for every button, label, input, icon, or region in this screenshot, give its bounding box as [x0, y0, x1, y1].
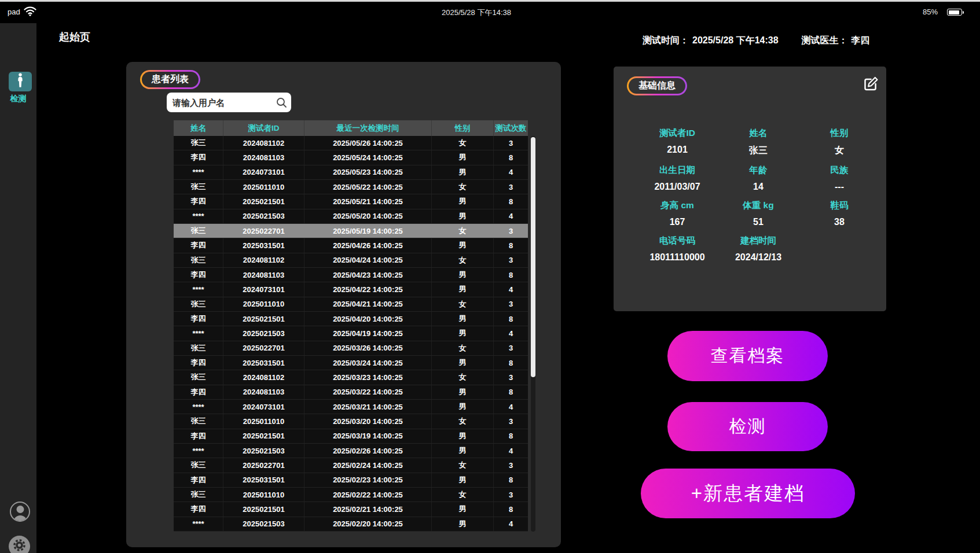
table-row[interactable]: 李四20250215012025/02/21 14:00:25男8 [174, 502, 528, 517]
search-input[interactable] [167, 93, 291, 112]
table-row[interactable]: 李四20240811032025/05/24 14:00:25男8 [174, 150, 528, 165]
table-cell: 3 [493, 253, 528, 267]
info-field-value: 2101 [637, 145, 718, 155]
table-cell: 2024081103 [223, 385, 304, 399]
table-cell: 男 [431, 444, 493, 458]
table-row[interactable]: ****20250215032025/04/19 14:00:25男4 [174, 326, 528, 341]
table-row-selected[interactable]: 张三20250227012025/05/19 14:00:25女3 [174, 224, 528, 238]
table-row[interactable]: 张三20250110102025/04/21 14:00:25女3 [174, 297, 528, 312]
table-cell: 女 [431, 341, 493, 355]
table-cell: 2025021503 [223, 444, 304, 458]
table-row[interactable]: ****20250215032025/02/26 14:00:25男4 [174, 444, 528, 458]
info-field: 测试者ID2101 [637, 127, 718, 157]
table-cell: 2025/04/24 14:00:25 [304, 253, 431, 267]
table-cell: 8 [493, 356, 528, 370]
table-cell: 2025/03/20 14:00:25 [304, 414, 431, 428]
table-row[interactable]: 李四20250315012025/02/23 14:00:25男8 [174, 473, 528, 488]
patient-table-body: 张三20240811022025/05/26 14:00:25女3李四20240… [174, 136, 528, 532]
table-row[interactable]: ****20240731012025/04/22 14:00:25男4 [174, 282, 528, 297]
info-field-value: 51 [718, 217, 799, 227]
table-row[interactable]: 张三20250110102025/03/20 14:00:25女3 [174, 414, 528, 429]
table-row[interactable]: ****20240731012025/03/21 14:00:25男4 [174, 400, 528, 414]
table-scrollbar-thumb[interactable] [531, 137, 535, 377]
table-cell: 2025011010 [223, 414, 304, 428]
table-cell: 8 [493, 268, 528, 282]
sidebar-item-detect[interactable] [9, 72, 32, 91]
table-row[interactable]: 李四20240811032025/03/22 14:00:25男8 [174, 385, 528, 400]
detect-button[interactable]: 检测 [667, 402, 828, 451]
table-cell: 2025021501 [223, 312, 304, 326]
column-header: 测试次数 [493, 120, 528, 136]
table-row[interactable]: 李四20250315012025/03/24 14:00:25男8 [174, 356, 528, 370]
settings-button[interactable] [9, 536, 30, 553]
info-field-label: 性别 [799, 127, 880, 139]
table-cell: 男 [431, 209, 493, 223]
table-row[interactable]: ****20250215032025/05/20 14:00:25男4 [174, 209, 528, 224]
table-cell: 男 [431, 356, 493, 370]
table-cell: 2024073101 [223, 165, 304, 179]
table-cell: 4 [493, 326, 528, 340]
app-root: pad 2025/5/28 下午14:38 85% 检测 [0, 0, 980, 553]
search-icon[interactable] [276, 97, 287, 110]
table-row[interactable]: 张三20250110102025/02/22 14:00:25女3 [174, 488, 528, 502]
column-header: 姓名 [174, 120, 223, 136]
table-cell: 2025/04/22 14:00:25 [304, 282, 431, 296]
edit-patient-button[interactable] [861, 75, 880, 94]
table-row[interactable]: 李四20250215012025/05/21 14:00:25男8 [174, 194, 528, 209]
table-cell: 2025031501 [223, 473, 304, 487]
table-cell: **** [174, 517, 223, 531]
table-cell: 2025/02/22 14:00:25 [304, 488, 431, 502]
table-cell: 2025/03/21 14:00:25 [304, 400, 431, 414]
patient-list-panel: 患者列表 姓名测试者ID最近一次检测时间性别测试次数 张三20240811022… [126, 62, 561, 547]
edit-pencil-icon [862, 75, 880, 94]
table-cell: 男 [431, 473, 493, 487]
table-cell: 男 [431, 502, 493, 516]
table-cell: 2025/04/23 14:00:25 [304, 268, 431, 282]
table-row[interactable]: 张三20240811022025/04/24 14:00:25女3 [174, 253, 528, 268]
table-cell: 2025/03/23 14:00:25 [304, 370, 431, 384]
table-row[interactable]: 李四20240811032025/04/23 14:00:25男8 [174, 268, 528, 282]
table-row[interactable]: ****20240731012025/05/23 14:00:25男4 [174, 165, 528, 180]
table-cell: 张三 [174, 180, 223, 194]
table-cell: 李四 [174, 150, 223, 164]
table-row[interactable]: 李四20250315012025/04/26 14:00:25男8 [174, 238, 528, 253]
view-archive-button[interactable]: 查看档案 [667, 331, 828, 381]
table-cell: 2025/03/24 14:00:25 [304, 356, 431, 370]
doctor-value: 李四 [851, 35, 870, 45]
user-avatar-button[interactable] [10, 502, 30, 522]
table-row[interactable]: 张三20240811022025/03/23 14:00:25女3 [174, 370, 528, 385]
table-cell: 2025/05/24 14:00:25 [304, 150, 431, 164]
table-cell: 李四 [174, 385, 223, 399]
table-row[interactable]: ****20250215032025/02/20 14:00:25男4 [174, 517, 528, 532]
table-cell: **** [174, 444, 223, 458]
table-cell: 3 [493, 180, 528, 194]
table-cell: 男 [431, 385, 493, 399]
info-field-label: 建档时间 [718, 235, 799, 247]
column-header: 性别 [431, 120, 493, 136]
table-row[interactable]: 张三20240811022025/05/26 14:00:25女3 [174, 136, 528, 150]
info-field: 鞋码38 [799, 200, 880, 227]
table-cell: 2024081103 [223, 268, 304, 282]
table-cell: 2025/04/19 14:00:25 [304, 326, 431, 340]
table-cell: 女 [431, 488, 493, 502]
table-cell: 4 [493, 517, 528, 531]
table-cell: 2025/02/20 14:00:25 [304, 517, 431, 531]
table-cell: 2024081102 [223, 136, 304, 150]
table-cell: 3 [493, 458, 528, 472]
info-field: 电话号码18011110000 [637, 235, 718, 263]
info-field-label: 年龄 [718, 164, 799, 176]
table-row[interactable]: 李四20250215012025/04/20 14:00:25男8 [174, 312, 528, 326]
table-cell: 4 [493, 165, 528, 179]
table-row[interactable]: 张三20250110102025/05/22 14:00:25女3 [174, 180, 528, 194]
page-title: 起始页 [59, 30, 90, 44]
table-cell: **** [174, 282, 223, 296]
table-row[interactable]: 张三20250227012025/03/26 14:00:25女3 [174, 341, 528, 356]
info-field-label: 出生日期 [637, 164, 718, 176]
test-time-label: 测试时间： [643, 35, 689, 45]
table-cell: 2024073101 [223, 400, 304, 414]
table-row[interactable]: 张三20250227012025/02/24 14:00:25女3 [174, 458, 528, 473]
column-header: 测试者ID [223, 120, 304, 136]
new-patient-button[interactable]: +新患者建档 [641, 469, 855, 518]
table-cell: 4 [493, 282, 528, 296]
table-row[interactable]: 李四20250215012025/03/19 14:00:25男8 [174, 429, 528, 444]
